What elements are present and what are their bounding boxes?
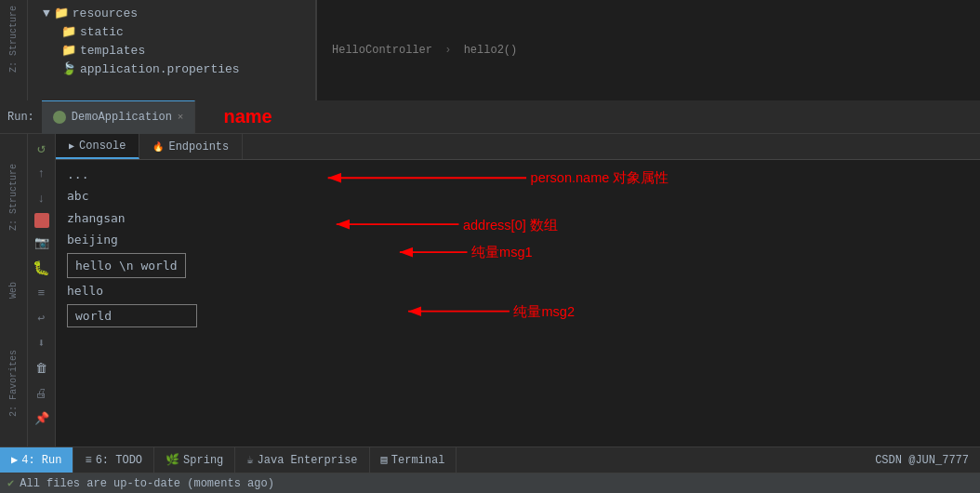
run-label: Run: [0, 111, 42, 124]
terminal-label: Terminal [391, 454, 445, 467]
side-strip-top: Z: Structure [0, 0, 28, 100]
web-side-label[interactable]: Web [8, 282, 19, 299]
breadcrumb: HelloController › hello2() [332, 44, 517, 57]
run-bottom-tab[interactable]: ▶ 4: Run [0, 447, 73, 473]
spring-icon: 🌿 [166, 453, 179, 467]
output-line-ellipsis: ... [56, 164, 980, 185]
output-line-zhangsan: zhangsan [56, 207, 980, 229]
return-icon[interactable]: ↩ [32, 308, 52, 328]
tree-item-static[interactable]: 📁 static [28, 22, 315, 41]
output-line-abc: abc [56, 185, 980, 207]
print-icon[interactable]: 🖨 [32, 383, 52, 404]
console-tab-label: Console [79, 140, 126, 153]
java-icon: ☕ [246, 453, 253, 467]
file-tree: ▼ 📁 resources 📁 static 📁 templates 🍃 app… [28, 0, 316, 100]
bug-icon[interactable]: 🐛 [32, 258, 52, 278]
run-tab-bar: Run: DemoApplication × name [0, 100, 980, 134]
scroll-up-icon[interactable]: ↑ [32, 163, 52, 183]
tree-label-static: static [80, 25, 124, 39]
output-line-hello2: hello [56, 280, 980, 301]
run-controls: ↺ ↑ ↓ 📷 🐛 ≡ ↩ ⬇ 🗑 🖨 📌 [28, 134, 56, 446]
run-tab-icon [53, 111, 66, 124]
folder-icon-resources: 📁 [54, 6, 69, 20]
left-side-strip: Z: Structure Web 2: Favorites [0, 134, 28, 446]
output-line-hello-boxed: hello \n world [67, 253, 186, 278]
java-label: Java Enterprise [258, 454, 358, 467]
main-body: Z: Structure Web 2: Favorites ↺ ↑ ↓ 📷 🐛 … [0, 134, 980, 446]
status-bar: ✔ All files are up-to-date (moments ago) [0, 473, 980, 493]
pin-icon[interactable]: 📌 [32, 408, 52, 429]
download-icon[interactable]: ⬇ [32, 333, 52, 353]
status-text: All files are up-to-date (moments ago) [20, 477, 274, 490]
terminal-bottom-tab[interactable]: ▤ Terminal [370, 447, 457, 473]
structure-label: Z: Structure [8, 6, 19, 73]
todo-bottom-tab[interactable]: ≡ 6: TODO [73, 447, 154, 473]
list-icon[interactable]: ≡ [32, 283, 52, 303]
structure-side-label[interactable]: Z: Structure [8, 164, 19, 231]
tree-label-templates: templates [80, 44, 145, 58]
code-breadcrumb-area: HelloController › hello2() [316, 0, 980, 100]
run-tab-label: DemoApplication [72, 111, 172, 124]
output-lines: ... abc zhangsan beijing hello \n world … [56, 160, 980, 446]
run-tab-bottom-label: 4: Run [21, 454, 61, 467]
output-line-world-boxed-wrapper: world [56, 302, 980, 329]
tree-item-app-props[interactable]: 🍃 application.properties [28, 60, 315, 78]
terminal-icon: ▤ [381, 453, 388, 467]
console-tab-icon: ▶ [69, 140, 74, 152]
todo-icon: ≡ [85, 454, 91, 467]
output-line-beijing: beijing [56, 229, 980, 250]
endpoints-tab-icon: 🔥 [152, 141, 164, 153]
run-tab-close-icon[interactable]: × [178, 112, 184, 123]
folder-icon-templates: 📁 [61, 43, 76, 58]
bottom-tab-bar: ▶ 4: Run ≡ 6: TODO 🌿 Spring ☕ Java Enter… [0, 446, 980, 473]
trash-icon[interactable]: 🗑 [32, 358, 52, 379]
output-line-world-boxed: world [67, 304, 197, 327]
breadcrumb-method: hello2() [464, 44, 518, 57]
camera-icon[interactable]: 📷 [32, 233, 52, 253]
endpoints-tab-label: Endpoints [168, 140, 229, 153]
restart-icon[interactable]: ↺ [32, 138, 52, 158]
breadcrumb-controller: HelloController [332, 44, 432, 57]
favorites-side-label[interactable]: 2: Favorites [8, 350, 19, 417]
tree-label-app-props: application.properties [80, 62, 240, 76]
java-enterprise-tab[interactable]: ☕ Java Enterprise [235, 447, 369, 473]
console-tab[interactable]: ▶ Console [56, 134, 139, 159]
run-tab-play-icon: ▶ [11, 453, 18, 467]
endpoints-tab[interactable]: 🔥 Endpoints [139, 134, 243, 159]
scroll-down-icon[interactable]: ↓ [32, 188, 52, 208]
run-tab-demo[interactable]: DemoApplication × [42, 100, 196, 134]
console-tab-bar: ▶ Console 🔥 Endpoints [56, 134, 980, 160]
spring-bottom-tab[interactable]: 🌿 Spring [154, 447, 235, 473]
tree-item-templates[interactable]: 📁 templates [28, 41, 315, 60]
tree-label-resources: resources [73, 7, 138, 20]
expand-arrow-icon: ▼ [43, 7, 50, 20]
status-icon: ✔ [7, 476, 14, 490]
breadcrumb-sep: › [444, 44, 451, 57]
tree-item-resources[interactable]: ▼ 📁 resources [28, 4, 315, 22]
output-line-hello-boxed-wrapper: hello \n world [56, 251, 980, 280]
spring-label: Spring [183, 454, 223, 467]
file-icon-app-props: 🍃 [61, 61, 76, 76]
csdn-label: CSDN @JUN_7777 [875, 454, 980, 467]
folder-icon-static: 📁 [61, 24, 76, 39]
stop-icon[interactable] [34, 213, 49, 228]
output-panel: ▶ Console 🔥 Endpoints ... abc zhangsan b… [56, 134, 980, 446]
todo-label: 6: TODO [96, 454, 142, 467]
annotation-name: name [223, 106, 271, 127]
